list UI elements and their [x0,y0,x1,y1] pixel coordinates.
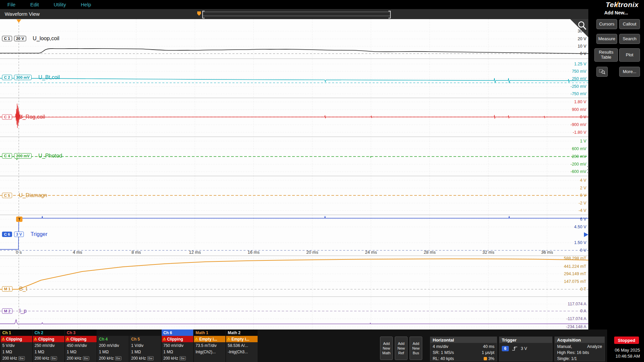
math2-tab[interactable]: Math 2 [226,329,258,336]
ch1-badge[interactable]: C 1 [2,36,12,41]
add-new-math-button[interactable]: Add New Math [380,337,393,360]
channel-badge-ch1[interactable]: Ch 1 ⚠ Clipping 5 V/div 1 MΩ 200 kHz Bw [1,329,32,362]
waveform-svg[interactable]: 30 V 20 V 10 V 0 V 1.25 V 750 mV 250 mV … [0,19,588,329]
ch6-tab[interactable]: Ch 6 [162,329,193,336]
minimap-trigger-marker [197,11,201,16]
trace-u-loop-coil[interactable] [0,49,588,54]
bottom-settings-bar: Ch 1 ⚠ Clipping 5 V/div 1 MΩ 200 kHz Bw … [0,329,644,362]
ch2-scale-badge[interactable]: 300 mV [14,75,32,80]
results-table-button[interactable]: Results Table [594,48,618,62]
plot-button[interactable]: Plot [619,48,640,62]
ch3-badge[interactable]: C 3 [2,114,12,120]
channel-row-ch3[interactable]: C 3 U_Rog,coil [2,114,45,120]
ch2-bandwidth: 200 kHz Bw [33,355,64,361]
add-new-bus-button[interactable]: Add New Bus [410,337,422,360]
channel-row-ch1[interactable]: C 1 20 V U_loop,coil [2,36,59,42]
trigger-badge[interactable]: T [16,217,22,222]
trigger-source-badge[interactable]: 6 [502,346,509,351]
ch5-badge[interactable]: C 5 [2,193,12,198]
trigger-level-indicator[interactable] [584,232,588,237]
menu-file[interactable]: File [7,2,15,7]
ch6-badge[interactable]: C 6 [2,232,12,237]
ch1-scale-badge[interactable]: 20 V [14,36,26,41]
panel-splitter-handle[interactable] [587,166,589,173]
search-button[interactable]: Search [619,34,640,44]
slice-separators [0,59,588,297]
callout-button[interactable]: Callout [619,19,640,29]
ch1-tab[interactable]: Ch 1 [1,329,32,336]
run-stop-status-button[interactable]: Stopped [614,337,639,344]
add-new-button-group: Add New Math Add New Ref Add New Bus [380,337,422,360]
trace-u-rog-coil[interactable] [0,104,588,128]
cursors-button[interactable]: Cursors [596,19,617,29]
menu-edit[interactable]: Edit [30,2,39,7]
trigger-settings-badge[interactable]: Trigger 6 3 V [499,337,552,361]
channel-badge-ch4[interactable]: Ch 4 200 mV/div 1 MΩ 200 kHz Bw [97,329,129,362]
math1-empty-warning: ⚠ Empty i... [194,336,225,342]
scale-label: 147.075 mT [564,279,586,284]
scale-label: 4.50 V [574,225,587,229]
math1-tab[interactable]: Math 1 [194,329,225,336]
zoom-box-button[interactable] [596,67,608,77]
horizontal-gridlines [0,31,588,327]
ch1-waveform-name[interactable]: U_loop,coil [33,36,59,42]
waveform-view-titlebar: Waveform View [0,9,588,19]
menu-help[interactable]: Help [81,2,91,7]
channel-badge-ch5[interactable]: Ch 5 1 V/div 1 MΩ 200 kHz Bw [129,329,161,362]
math1-waveform-name[interactable]: B_t [19,286,27,292]
trace-b-t[interactable] [0,259,588,289]
acquisition-title: Acquisition [555,337,604,343]
ch5-bandwidth-value: 200 kHz [131,356,146,361]
add-new-math-line3: Math [382,351,390,355]
channel-row-ch6[interactable]: C 6 3 V Trigger [2,231,47,237]
math2-badge-column[interactable]: Math 2 ⚠ Empty i... 58.536 A/... -Intg(C… [226,329,258,362]
channel-row-ch4[interactable]: C 4 200 mV U_Photod [2,153,62,159]
ch2-tab[interactable]: Ch 2 [33,329,64,336]
ch4-scale-badge[interactable]: 200 mV [14,153,32,159]
ch6-waveform-name[interactable]: Trigger [31,231,47,237]
ch5-name[interactable]: Ch 5 [129,336,161,342]
math2-empty-warning: ⚠ Empty i... [226,336,258,342]
ch3-waveform-name[interactable]: U_Rog,coil [19,114,45,120]
channel-row-ch5[interactable]: C 5 U_Diamagn [2,192,47,198]
math2-scale: 58.536 A/... [226,342,258,349]
ch4-name[interactable]: Ch 4 [97,336,129,342]
waveform-graticule[interactable]: 30 V 20 V 10 V 0 V 1.25 V 750 mV 250 mV … [0,19,588,329]
channel-row-ch2[interactable]: C 2 300 mV U_Bt,coil [2,74,60,80]
channel-badge-ch2[interactable]: Ch 2 ⚠ Clipping 250 mV/div 1 MΩ 200 kHz … [33,329,64,362]
menu-utility[interactable]: Utility [54,2,66,7]
math1-warning-text: Empty i... [199,337,217,342]
channel-row-math1[interactable]: M 1 B_t [2,286,27,292]
trigger-source-row[interactable]: T [16,216,22,222]
ch3-tab[interactable]: Ch 3 [65,329,97,336]
ch2-waveform-name[interactable]: U_Bt,coil [38,74,60,80]
math1-badge-column[interactable]: Math 1 ⚠ Empty i... 73.5 mT/div Intg(Ch2… [194,329,225,362]
ch4-waveform-name[interactable]: U_Photod [38,153,62,159]
ch5-waveform-name[interactable]: U_Diamagn [19,192,47,198]
channel-badge-ch3[interactable]: Ch 3 ⚠ Clipping 450 mV/div 1 MΩ 200 kHz … [65,329,97,362]
ch6-scale-badge[interactable]: 3 V [14,232,24,237]
math2-waveform-name[interactable]: I_p [19,308,26,314]
ch2-badge[interactable]: C 2 [2,75,12,80]
zoom-overlay-button[interactable] [570,19,588,37]
bandwidth-limit-icon: Bw [115,356,121,360]
channel-row-math2[interactable]: M 2 I_p [2,308,26,314]
trigger-position-marker[interactable] [16,19,21,23]
acquisition-settings-badge[interactable]: Acquisition Manual, Analyze High Res: 16… [554,337,605,361]
math2-badge[interactable]: M 2 [2,308,12,314]
warning-icon: ⚠ [2,337,5,341]
add-new-ref-button[interactable]: Add New Ref [395,337,408,360]
trace-i-p[interactable] [0,319,588,324]
ch1-impedance: 1 MΩ [1,349,32,355]
minimap-left-bracket[interactable] [202,11,205,18]
more-button[interactable]: More... [619,67,640,77]
trace-trigger[interactable] [0,216,588,250]
minimap-right-bracket[interactable] [388,11,391,18]
add-new-bus-line2: New [412,346,420,351]
channel-badge-ch6[interactable]: Ch 6 ⚠ Clipping 750 mV/div 1 MΩ 200 kHz … [162,329,193,362]
ch4-badge[interactable]: C 4 [2,153,12,159]
math1-badge[interactable]: M 1 [2,286,12,292]
measure-button[interactable]: Measure [596,34,617,44]
record-view-minimap[interactable] [203,12,390,16]
horizontal-settings-badge[interactable]: Horizontal 4 ms/div 40 ms SR: 1 MS/s 1 μ… [430,337,497,361]
